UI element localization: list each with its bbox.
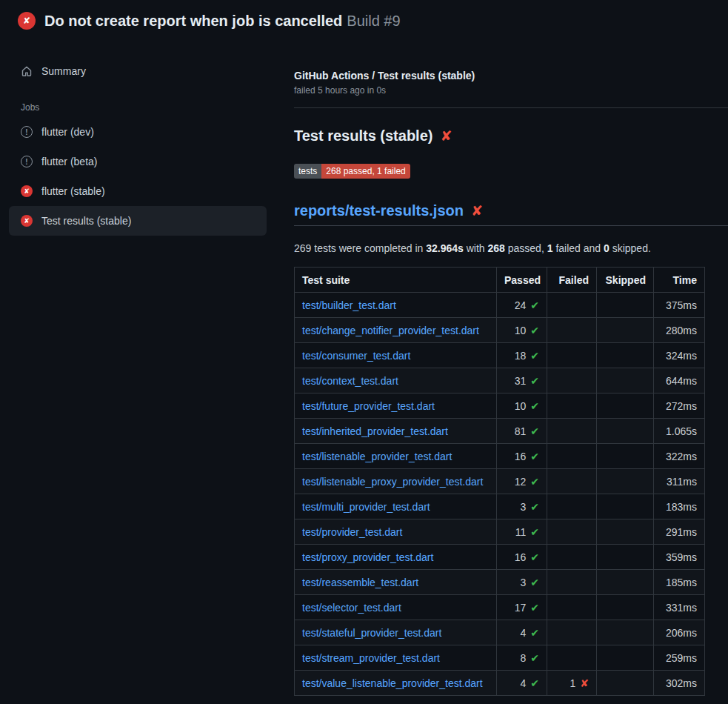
time-cell: 185ms xyxy=(654,570,705,595)
suite-link[interactable]: test/listenable_provider_test.dart xyxy=(302,451,452,462)
failed-cell xyxy=(547,318,597,343)
sidebar-job-item[interactable]: ! flutter (beta) xyxy=(9,147,267,176)
suite-link[interactable]: test/value_listenable_provider_test.dart xyxy=(302,677,483,689)
table-row: test/value_listenable_provider_test.dart… xyxy=(295,671,705,696)
sidebar-job-item[interactable]: ✘ Test results (stable) xyxy=(9,206,267,236)
suite-link[interactable]: test/change_notifier_provider_test.dart xyxy=(302,325,479,336)
skipped-cell xyxy=(597,671,654,696)
failed-cell xyxy=(547,368,597,393)
divider xyxy=(294,225,728,226)
tests-badge: tests 268 passed, 1 failed xyxy=(294,164,410,179)
table-row: test/stateful_provider_test.dart 4✔ 206m… xyxy=(295,620,705,645)
passed-cell: 11✔ xyxy=(497,519,547,545)
time-cell: 1.065s xyxy=(654,419,705,444)
check-icon: ✔ xyxy=(530,677,539,689)
skipped-cell xyxy=(597,620,654,645)
time-cell: 272ms xyxy=(654,393,705,419)
table-row: test/selector_test.dart 17✔ 331ms xyxy=(295,595,705,620)
table-row: test/builder_test.dart 24✔ 375ms xyxy=(295,293,705,318)
table-row: test/future_provider_test.dart 10✔ 272ms xyxy=(295,393,705,419)
jobs-list: ! flutter (dev) ! flutter (beta) ✘ flutt… xyxy=(9,117,267,236)
passed-cell: 81✔ xyxy=(497,419,547,444)
time-cell: 375ms xyxy=(654,293,705,318)
failed-cell xyxy=(547,519,597,545)
check-icon: ✔ xyxy=(530,627,539,639)
check-icon: ✔ xyxy=(530,577,539,588)
suite-link[interactable]: test/multi_provider_test.dart xyxy=(302,501,430,513)
suite-link[interactable]: test/provider_test.dart xyxy=(302,526,402,538)
count: 10 xyxy=(515,400,527,412)
count: 81 xyxy=(515,425,527,437)
passed-cell: 24✔ xyxy=(497,293,547,318)
check-icon: ✔ xyxy=(530,400,539,412)
suite-link[interactable]: test/future_provider_test.dart xyxy=(302,400,435,412)
suite-link[interactable]: test/stream_provider_test.dart xyxy=(302,652,440,664)
failed-cell xyxy=(547,620,597,645)
passed-cell: 31✔ xyxy=(497,368,547,393)
breadcrumb: GitHub Actions / Test results (stable) xyxy=(294,70,704,82)
suite-link[interactable]: test/inherited_provider_test.dart xyxy=(302,425,448,437)
suite-link[interactable]: test/listenable_proxy_provider_test.dart xyxy=(302,476,483,488)
passed-cell: 4✔ xyxy=(497,620,547,645)
time-cell: 280ms xyxy=(654,318,705,343)
failed-cell xyxy=(547,469,597,494)
time-cell: 291ms xyxy=(654,519,705,545)
passed-cell: 10✔ xyxy=(497,318,547,343)
skipped-cell xyxy=(597,318,654,343)
count: 16 xyxy=(515,551,527,563)
failed-cell xyxy=(547,444,597,469)
time-cell: 644ms xyxy=(654,368,705,393)
passed-cell: 17✔ xyxy=(497,595,547,620)
time-cell: 302ms xyxy=(654,671,705,696)
failed-status-icon: ✘ xyxy=(21,215,33,227)
skipped-cell xyxy=(597,368,654,393)
divider xyxy=(294,107,728,108)
job-label: Test results (stable) xyxy=(41,215,131,227)
suite-link[interactable]: test/stateful_provider_test.dart xyxy=(302,627,441,639)
count: 18 xyxy=(515,350,527,362)
count: 24 xyxy=(515,299,527,311)
report-link[interactable]: reports/test-results.json xyxy=(294,202,464,219)
check-icon: ✔ xyxy=(530,501,539,513)
check-icon: ✔ xyxy=(530,299,539,311)
table-row: test/provider_test.dart 11✔ 291ms xyxy=(295,519,705,545)
table-row: test/consumer_test.dart 18✔ 324ms xyxy=(295,343,705,368)
suite-link[interactable]: test/consumer_test.dart xyxy=(302,350,410,362)
time-cell: 359ms xyxy=(654,545,705,570)
sidebar-item-summary[interactable]: Summary xyxy=(9,59,267,83)
suite-link[interactable]: test/context_test.dart xyxy=(302,375,398,387)
section-heading: Test results (stable) ✘ xyxy=(294,127,704,145)
table-row: test/multi_provider_test.dart 3✔ 183ms xyxy=(295,494,705,519)
skipped-cell xyxy=(597,570,654,595)
results-table: Test suite Passed Failed Skipped Time te… xyxy=(294,267,705,696)
check-icon: ✔ xyxy=(530,451,539,462)
badge-label: tests xyxy=(294,164,321,179)
table-row: test/stream_provider_test.dart 8✔ 259ms xyxy=(295,645,705,671)
skipped-cell xyxy=(597,545,654,570)
suite-link[interactable]: test/reassemble_test.dart xyxy=(302,577,418,588)
sidebar-job-item[interactable]: ✘ flutter (stable) xyxy=(9,176,267,206)
check-icon: ✔ xyxy=(530,350,539,362)
skipped-cell xyxy=(597,343,654,368)
home-icon xyxy=(21,65,33,77)
suite-link[interactable]: test/proxy_provider_test.dart xyxy=(302,551,433,563)
count: 10 xyxy=(515,325,527,336)
table-row: test/change_notifier_provider_test.dart … xyxy=(295,318,705,343)
time-cell: 311ms xyxy=(654,469,705,494)
check-icon: ✔ xyxy=(530,526,539,538)
check-icon: ✔ xyxy=(530,425,539,437)
sidebar-job-item[interactable]: ! flutter (dev) xyxy=(9,117,267,147)
cancelled-status-icon: ! xyxy=(21,126,33,138)
table-row: test/proxy_provider_test.dart 16✔ 359ms xyxy=(295,545,705,570)
count: 31 xyxy=(515,375,527,387)
count: 17 xyxy=(515,602,527,614)
suite-link[interactable]: test/selector_test.dart xyxy=(302,602,401,614)
failed-x-icon: ✘ xyxy=(440,127,452,145)
skipped-cell xyxy=(597,519,654,545)
suite-link[interactable]: test/builder_test.dart xyxy=(302,299,396,311)
failed-cell xyxy=(547,343,597,368)
skipped-cell xyxy=(597,419,654,444)
time-cell: 324ms xyxy=(654,343,705,368)
badge-value: 268 passed, 1 failed xyxy=(321,164,410,179)
build-number: Build #9 xyxy=(347,13,400,30)
